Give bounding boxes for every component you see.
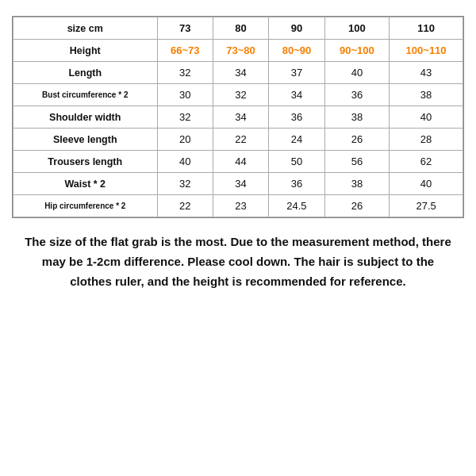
row-value-cell: 66~73 bbox=[157, 40, 213, 62]
row-value-cell: 90~100 bbox=[324, 40, 390, 62]
row-value-cell: 32 bbox=[157, 173, 213, 195]
row-value-cell: 24 bbox=[269, 129, 324, 151]
header-label-cell: size cm bbox=[13, 17, 158, 40]
row-value-cell: 28 bbox=[390, 129, 463, 151]
row-label-cell: Hip circumference * 2 bbox=[13, 195, 158, 217]
row-value-cell: 30 bbox=[157, 84, 213, 106]
disclaimer-text: The size of the flat grab is the most. D… bbox=[12, 232, 464, 291]
row-value-cell: 40 bbox=[324, 62, 390, 84]
header-col-100: 100 bbox=[324, 17, 390, 40]
row-value-cell: 44 bbox=[213, 151, 268, 173]
row-value-cell: 38 bbox=[324, 173, 390, 195]
row-value-cell: 40 bbox=[390, 106, 463, 129]
row-value-cell: 36 bbox=[324, 84, 390, 106]
header-col-73: 73 bbox=[157, 17, 213, 40]
table-row: Height66~7373~8080~9090~100100~110 bbox=[13, 40, 463, 62]
table-row: Trousers length4044505662 bbox=[13, 151, 463, 173]
row-value-cell: 62 bbox=[390, 151, 463, 173]
row-value-cell: 34 bbox=[213, 173, 268, 195]
row-value-cell: 40 bbox=[157, 151, 213, 173]
row-value-cell: 43 bbox=[390, 62, 463, 84]
header-col-80: 80 bbox=[213, 17, 268, 40]
row-value-cell: 32 bbox=[213, 84, 268, 106]
row-value-cell: 34 bbox=[213, 106, 268, 129]
row-value-cell: 32 bbox=[157, 62, 213, 84]
table-row: Waist * 23234363840 bbox=[13, 173, 463, 195]
header-col-90: 90 bbox=[269, 17, 324, 40]
row-value-cell: 20 bbox=[157, 129, 213, 151]
row-value-cell: 24.5 bbox=[269, 195, 324, 217]
row-value-cell: 23 bbox=[213, 195, 268, 217]
row-label-cell: Sleeve length bbox=[13, 129, 158, 151]
table-row: Sleeve length2022242628 bbox=[13, 129, 463, 151]
row-value-cell: 36 bbox=[269, 106, 324, 129]
table-row: Bust circumference * 23032343638 bbox=[13, 84, 463, 106]
row-label-cell: Height bbox=[13, 40, 158, 62]
row-value-cell: 50 bbox=[269, 151, 324, 173]
table-row: Hip circumference * 2222324.52627.5 bbox=[13, 195, 463, 217]
table-row: Length3234374043 bbox=[13, 62, 463, 84]
row-value-cell: 56 bbox=[324, 151, 390, 173]
size-chart-table: size cm 73 80 90 100 110 Height66~7373~8… bbox=[13, 17, 463, 217]
row-value-cell: 27.5 bbox=[390, 195, 463, 217]
row-label-cell: Waist * 2 bbox=[13, 173, 158, 195]
row-value-cell: 34 bbox=[213, 62, 268, 84]
row-value-cell: 38 bbox=[324, 106, 390, 129]
row-value-cell: 26 bbox=[324, 195, 390, 217]
table-header-row: size cm 73 80 90 100 110 bbox=[13, 17, 463, 40]
table-row: Shoulder width3234363840 bbox=[13, 106, 463, 129]
row-label-cell: Bust circumference * 2 bbox=[13, 84, 158, 106]
row-value-cell: 100~110 bbox=[390, 40, 463, 62]
row-value-cell: 32 bbox=[157, 106, 213, 129]
row-value-cell: 73~80 bbox=[213, 40, 268, 62]
row-value-cell: 34 bbox=[269, 84, 324, 106]
row-label-cell: Shoulder width bbox=[13, 106, 158, 129]
row-value-cell: 36 bbox=[269, 173, 324, 195]
row-value-cell: 22 bbox=[213, 129, 268, 151]
row-value-cell: 37 bbox=[269, 62, 324, 84]
row-value-cell: 40 bbox=[390, 173, 463, 195]
size-chart-table-wrapper: size cm 73 80 90 100 110 Height66~7373~8… bbox=[12, 16, 464, 218]
row-value-cell: 38 bbox=[390, 84, 463, 106]
row-value-cell: 22 bbox=[157, 195, 213, 217]
row-label-cell: Trousers length bbox=[13, 151, 158, 173]
header-col-110: 110 bbox=[390, 17, 463, 40]
row-label-cell: Length bbox=[13, 62, 158, 84]
row-value-cell: 80~90 bbox=[269, 40, 324, 62]
row-value-cell: 26 bbox=[324, 129, 390, 151]
